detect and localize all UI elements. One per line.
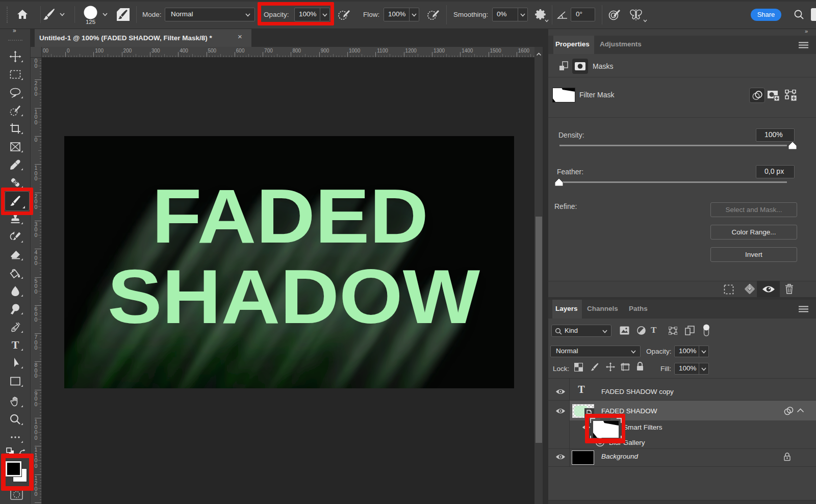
svg-text:T: T (12, 339, 19, 351)
svg-text:SHADOW: SHADOW (108, 254, 480, 339)
svg-text:FADED: FADED (152, 174, 428, 259)
